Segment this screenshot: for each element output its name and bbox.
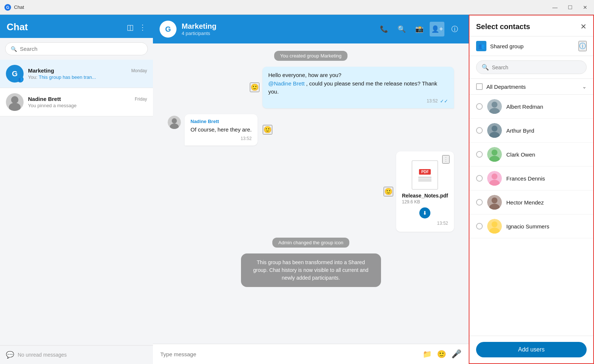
message-input[interactable] bbox=[160, 351, 417, 357]
svg-point-1 bbox=[9, 103, 21, 111]
contacts-search-area: 🔍 bbox=[469, 56, 593, 79]
contact-radio-hector[interactable] bbox=[476, 199, 483, 206]
message-input-area: 📁 🙂 🎤 bbox=[153, 344, 469, 364]
contacts-header: Select contacts ✕ bbox=[469, 15, 593, 36]
info-message: This group has been transformed into a S… bbox=[168, 253, 454, 287]
titlebar-controls: — ☐ ✕ bbox=[550, 4, 590, 11]
attachment-button[interactable]: 📁 bbox=[423, 350, 432, 358]
contact-item-ignacio[interactable]: Ignacio Summers bbox=[469, 214, 593, 238]
download-button[interactable]: ⬇ bbox=[419, 207, 430, 218]
emoji-reaction-btn-outgoing[interactable]: 🙂 bbox=[250, 83, 259, 92]
chat-item-marketing[interactable]: G 👥 Marketing Monday You: This group has… bbox=[0, 60, 153, 88]
contact-item-albert[interactable]: Albert Redman bbox=[469, 95, 593, 119]
emoji-reaction-btn-nadine[interactable]: 🙂 bbox=[263, 125, 272, 134]
contact-name-clark: Clark Owen bbox=[506, 151, 535, 158]
nadine-chat-info: Nadine Brett Friday You pinned a message bbox=[28, 96, 147, 108]
svg-point-15 bbox=[492, 174, 497, 179]
departments-row[interactable]: All Departments ⌄ bbox=[469, 79, 593, 95]
chat-list: G 👥 Marketing Monday You: This group has… bbox=[0, 60, 153, 345]
contact-radio-albert[interactable] bbox=[476, 103, 483, 110]
departments-checkbox[interactable] bbox=[476, 83, 483, 90]
chat-item-nadine[interactable]: Nadine Brett Friday You pinned a message bbox=[0, 88, 153, 116]
phone-button[interactable]: 📞 bbox=[377, 22, 391, 36]
contact-name-hector: Hector Mendez bbox=[506, 199, 544, 206]
contact-radio-clark[interactable] bbox=[476, 151, 483, 158]
sidebar-search-input[interactable] bbox=[20, 46, 142, 52]
sidebar-search-box: 🔍 bbox=[5, 42, 148, 55]
svg-point-0 bbox=[11, 96, 18, 104]
contact-avatar-albert bbox=[487, 99, 502, 114]
contacts-search-input[interactable] bbox=[492, 64, 581, 70]
svg-point-3 bbox=[172, 118, 177, 123]
outgoing-bubble: Hello everyone, how are you? @Nadine Bre… bbox=[262, 67, 454, 108]
titlebar: G Chat — ☐ ✕ bbox=[0, 0, 594, 15]
file-more-button[interactable]: ⋮ bbox=[442, 155, 450, 164]
chat-header-info: Marketing 4 participants bbox=[182, 22, 216, 36]
nadine-chat-time: Friday bbox=[135, 97, 147, 102]
emoji-reaction-btn-file[interactable]: 🙂 bbox=[384, 187, 393, 196]
contact-name-arthur: Arthur Byrd bbox=[506, 127, 534, 134]
emoji-button[interactable]: 🙂 bbox=[437, 350, 446, 358]
messages-area: You created group Marketing 🙂 Hello ever… bbox=[153, 43, 469, 344]
contact-avatar-frances bbox=[487, 171, 502, 186]
marketing-name-row: Marketing Monday bbox=[28, 67, 147, 74]
nadine-avatar bbox=[6, 93, 24, 111]
nadine-bubble: Nadine Brett Of course, here they are. 1… bbox=[185, 114, 258, 146]
add-users-button[interactable]: Add users bbox=[476, 342, 587, 357]
contacts-close-button[interactable]: ✕ bbox=[580, 22, 587, 31]
contact-item-frances[interactable]: Frances Dennis bbox=[469, 167, 593, 190]
double-tick-icon: ✓✓ bbox=[440, 98, 448, 104]
contact-radio-arthur[interactable] bbox=[476, 127, 483, 134]
maximize-button[interactable]: ☐ bbox=[566, 4, 575, 11]
file-size: 129.6 KB bbox=[402, 199, 448, 204]
sidebar: Chat ◫ ⋮ 🔍 G 👥 Marketing bbox=[0, 15, 153, 364]
system-bubble-icon: Admin changed the group icon bbox=[272, 238, 349, 248]
svg-point-21 bbox=[492, 221, 497, 227]
file-name: Release_Notes.pdf bbox=[402, 193, 448, 199]
marketing-chat-time: Monday bbox=[131, 68, 147, 73]
shared-group-row: 👥 Shared group ⓘ bbox=[469, 36, 593, 56]
contact-radio-ignacio[interactable] bbox=[476, 223, 483, 230]
nadine-name-row: Nadine Brett Friday bbox=[28, 96, 147, 102]
svg-point-6 bbox=[492, 102, 497, 108]
footer-text: No unread messages bbox=[18, 352, 67, 358]
sidebar-header-icons: ◫ ⋮ bbox=[127, 23, 146, 32]
shared-group-label: Shared group bbox=[490, 43, 575, 49]
video-button[interactable]: 📸 bbox=[412, 22, 427, 36]
sidebar-header: Chat ◫ ⋮ bbox=[0, 15, 153, 38]
nadine-message-footer: 13:52 bbox=[191, 136, 252, 141]
contact-item-hector[interactable]: Hector Mendez bbox=[469, 190, 593, 214]
chat-header-left: G Marketing 4 participants bbox=[160, 21, 216, 38]
shared-group-info-button[interactable]: ⓘ bbox=[579, 41, 587, 51]
sidebar-title: Chat bbox=[7, 21, 28, 33]
chat-header-avatar: G bbox=[160, 21, 177, 38]
search-icon: 🔍 bbox=[11, 46, 17, 52]
main-chat: G Marketing 4 participants 📞 🔍 📸 👤+ ⓘ Yo… bbox=[153, 15, 469, 364]
contacts-search-box: 🔍 bbox=[476, 60, 587, 74]
info-button[interactable]: ⓘ bbox=[447, 22, 462, 36]
contact-item-arthur[interactable]: Arthur Byrd bbox=[469, 119, 593, 143]
svg-point-9 bbox=[492, 126, 497, 132]
shared-icon: 👥 bbox=[17, 76, 24, 83]
message-row-outgoing: 🙂 Hello everyone, how are you? @Nadine B… bbox=[168, 67, 454, 108]
contact-item-clark[interactable]: Clark Owen bbox=[469, 143, 593, 167]
chat-header-name: Marketing bbox=[182, 22, 216, 31]
chevron-down-icon: ⌄ bbox=[582, 84, 587, 90]
mic-button[interactable]: 🎤 bbox=[451, 349, 461, 359]
file-bubble: ⋮ PDF Release_Notes.pdf bbox=[396, 151, 454, 232]
new-chat-button[interactable]: ◫ bbox=[127, 23, 134, 32]
contact-name-frances: Frances Dennis bbox=[506, 175, 545, 182]
marketing-chat-preview: You: This group has been tran... bbox=[28, 74, 147, 80]
nadine-sender: Nadine Brett bbox=[191, 119, 252, 124]
contact-radio-frances[interactable] bbox=[476, 175, 483, 182]
pdf-tag: PDF bbox=[419, 169, 431, 175]
close-button[interactable]: ✕ bbox=[581, 4, 590, 11]
minimize-button[interactable]: — bbox=[550, 4, 560, 11]
search-button[interactable]: 🔍 bbox=[394, 22, 409, 36]
titlebar-left: G Chat bbox=[4, 4, 24, 11]
outgoing-message-footer: 13:52 ✓✓ bbox=[268, 98, 448, 104]
add-participant-button[interactable]: 👤+ bbox=[430, 22, 444, 36]
nadine-message-text: Of course, here they are. bbox=[191, 126, 252, 134]
more-options-button[interactable]: ⋮ bbox=[139, 23, 146, 32]
shared-group-icon: 👥 bbox=[476, 41, 486, 51]
